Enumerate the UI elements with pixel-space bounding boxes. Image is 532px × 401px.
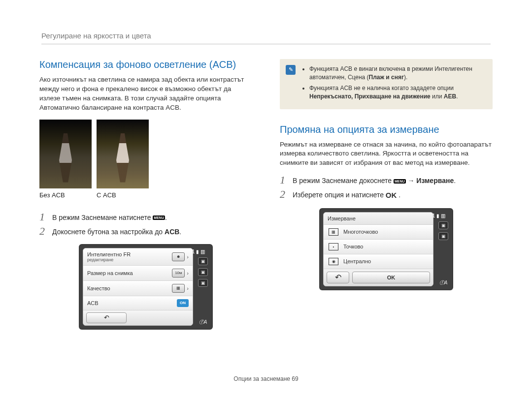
settings-row-smartfr[interactable]: Интелигентно FR редактиране ☻›: [83, 248, 193, 266]
step-text: Докоснете бутона за настройка до ACB.: [52, 226, 181, 237]
caption-without-acb: Без ACB: [39, 191, 92, 199]
acb-step-1: 1 В режим Заснемане натиснете MENU.: [39, 212, 252, 223]
back-button[interactable]: ↶: [86, 312, 127, 323]
settings-row-size[interactable]: Размер на снимка 10м›: [83, 266, 193, 281]
chevron-right-icon: ›: [187, 270, 189, 276]
acb-step-2: 2 Докоснете бутона за настройка до ACB.: [39, 226, 252, 237]
caption-row: Без ACB С ACB: [39, 191, 252, 199]
scroll-down-button[interactable]: ▣: [198, 279, 208, 287]
camera-settings-list: Интелигентно FR редактиране ☻› Размер на…: [83, 248, 193, 326]
step-number: 1: [280, 175, 289, 185]
step-text: В режим Заснемане докоснете MENU → Измер…: [293, 175, 456, 186]
sd-card-icon: ▮: [196, 249, 199, 254]
note-line-2: Функцията ACB не е налична когато зададе…: [309, 84, 486, 101]
back-arrow-icon: ↶: [335, 273, 341, 282]
caption-with-acb: С ACB: [97, 191, 149, 199]
page-footer: Опции за заснемане 69: [0, 375, 532, 382]
camera-ui-wrap: Измерване ▦ Многоточково • Точково ◉ Цен…: [280, 208, 493, 290]
back-button[interactable]: ↶: [327, 272, 349, 283]
page-indicator: 1: [192, 249, 195, 254]
back-row: ↶: [83, 310, 193, 325]
camera-side-panel: 1 ▮ ▥ ▣ ▣ ▣ ⓕA: [197, 248, 209, 326]
multi-metering-icon: ▦: [329, 228, 338, 236]
note-info-icon: ✎: [286, 65, 296, 75]
metering-option-spot[interactable]: • Точково: [324, 240, 433, 254]
acb-on-chip: ON: [177, 299, 189, 307]
step-number: 2: [39, 226, 48, 237]
status-bar: 1 ▮ ▥: [192, 249, 205, 254]
document-page: Регулиране на яркостта и цвета Компенсац…: [0, 0, 532, 401]
back-arrow-icon: ↶: [104, 314, 109, 321]
note-line-1: Функцията ACB е винаги включена в режими…: [309, 65, 486, 82]
quality-icon: ▦: [172, 284, 185, 293]
page-header: Регулиране на яркостта и цвета: [41, 31, 491, 44]
camera-side-panel: 1 ▮ ▥ ▣ ▣ ⓕA: [437, 212, 449, 286]
sample-photo-row: [39, 120, 252, 188]
menu-icon: MENU: [394, 179, 406, 184]
metering-section-title: Промяна на опцията за измерване: [280, 124, 493, 135]
ok-icon: OK: [386, 190, 397, 201]
acb-section-title: Компенсация за фоново осветление (ACB): [39, 59, 252, 70]
metering-body-text: Режимът на измерване се отнася за начина…: [280, 140, 493, 168]
battery-icon: ▥: [441, 213, 445, 218]
side-button[interactable]: ▣: [438, 221, 448, 229]
camera-ui-wrap: Интелигентно FR редактиране ☻› Размер на…: [39, 244, 252, 330]
note-box: ✎ Функцията ACB е винаги включена в режи…: [280, 59, 493, 109]
left-column: Компенсация за фоново осветление (ACB) А…: [39, 59, 252, 330]
meter-step-2: 2 Изберете опция и натиснете OK .: [280, 189, 493, 201]
right-column: ✎ Функцията ACB е винаги включена в режи…: [280, 59, 493, 330]
camera-ui-settings: Интелигентно FR редактиране ☻› Размер на…: [79, 244, 213, 330]
face-icon: ☻: [172, 252, 185, 261]
metering-option-multi[interactable]: ▦ Многоточково: [324, 225, 433, 240]
ok-bar: ↶ OK: [324, 269, 433, 286]
settings-row-quality[interactable]: Качество ▦›: [83, 281, 193, 296]
photo-with-acb: [97, 120, 149, 188]
step-text: В режим Заснемане натиснете MENU.: [52, 212, 167, 223]
chevron-right-icon: ›: [187, 254, 189, 260]
meter-step-1: 1 В режим Заснемане докоснете MENU → Изм…: [280, 175, 493, 186]
battery-icon: ▥: [200, 249, 205, 254]
ok-button[interactable]: OK: [352, 272, 430, 283]
columns: Компенсация за фоново осветление (ACB) А…: [39, 59, 493, 330]
metering-option-center[interactable]: ◉ Централно: [324, 254, 433, 269]
acb-body-text: Ако източникът на светлина се намира зад…: [39, 75, 252, 113]
step-number: 1: [39, 212, 48, 222]
side-button[interactable]: ▣: [438, 232, 448, 240]
settings-row-acb[interactable]: ACB ON: [83, 296, 193, 310]
flash-indicator: ⓕA: [199, 319, 207, 326]
flash-indicator: ⓕA: [439, 279, 448, 286]
camera-ui-metering: Измерване ▦ Многоточково • Точково ◉ Цен…: [319, 208, 453, 290]
photo-without-acb: [39, 120, 92, 188]
scroll-mid-button[interactable]: ▣: [198, 268, 208, 276]
metering-title: Измерване: [324, 213, 433, 225]
footer-text: Опции за заснемане 69: [233, 375, 298, 382]
page-indicator: 1: [432, 213, 435, 218]
status-bar: 1 ▮ ▥: [432, 213, 446, 218]
chevron-right-icon: ›: [187, 285, 189, 291]
size-icon: 10м: [172, 269, 185, 278]
center-metering-icon: ◉: [329, 258, 338, 265]
header-title: Регулиране на яркостта и цвета: [41, 31, 151, 40]
sd-card-icon: ▮: [436, 213, 439, 218]
scroll-up-button[interactable]: ▣: [198, 257, 208, 265]
menu-icon: MENU: [153, 216, 165, 220]
metering-list: Измерване ▦ Многоточково • Точково ◉ Цен…: [323, 212, 433, 286]
step-text: Изберете опция и натиснете OK .: [293, 189, 400, 201]
spot-metering-icon: •: [329, 243, 338, 250]
step-number: 2: [280, 189, 289, 200]
